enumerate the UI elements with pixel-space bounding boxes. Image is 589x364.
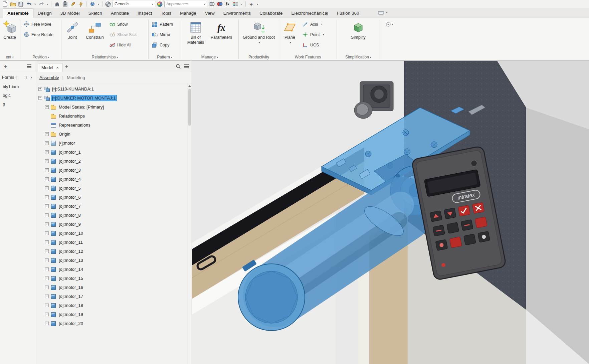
tab-3d-model[interactable]: 3D Model bbox=[56, 9, 84, 18]
panel-label-work-features[interactable]: Work Features bbox=[280, 54, 336, 60]
tree-expander[interactable]: + bbox=[45, 213, 49, 217]
tree-item[interactable]: +Model States: [Primary] bbox=[35, 103, 187, 112]
tree-expander[interactable]: + bbox=[45, 168, 49, 172]
dock-add-icon[interactable]: + bbox=[4, 64, 7, 69]
panel-toggle-dropdown-icon[interactable]: ▾ bbox=[385, 11, 389, 14]
tree-expander[interactable]: + bbox=[45, 177, 49, 181]
tree-item[interactable]: Relationships bbox=[35, 112, 187, 121]
tree-expander[interactable]: + bbox=[45, 304, 49, 307]
panel-label-position[interactable]: Position bbox=[21, 54, 60, 60]
modeling-subtab[interactable]: Modeling bbox=[67, 75, 85, 80]
tree-expander[interactable]: + bbox=[45, 322, 49, 325]
tree-expander[interactable]: + bbox=[45, 258, 49, 262]
tree-item[interactable]: +[o]:motor_11 bbox=[35, 238, 187, 247]
tree-expander[interactable]: + bbox=[45, 313, 49, 316]
viewport[interactable]: intratex bbox=[192, 61, 589, 364]
panel-label-pattern[interactable]: Pattern bbox=[149, 54, 180, 60]
home-icon[interactable] bbox=[53, 1, 60, 8]
tree-item[interactable]: +[o]:motor_3 bbox=[35, 166, 187, 175]
tab-collaborate[interactable]: Collaborate bbox=[255, 9, 287, 18]
tree-item[interactable]: +[o]:motor_2 bbox=[35, 157, 187, 166]
tree-expander[interactable]: + bbox=[45, 195, 49, 199]
tree-item[interactable]: Representations bbox=[35, 121, 187, 130]
tree-expander[interactable]: + bbox=[45, 231, 49, 235]
parameters-quick-icon[interactable]: fx bbox=[224, 1, 231, 8]
tree-expander[interactable]: + bbox=[45, 159, 49, 163]
dock-chevron-right-icon[interactable]: › bbox=[30, 74, 33, 80]
browser-menu-icon[interactable] bbox=[184, 64, 189, 68]
tab-assemble[interactable]: Assemble bbox=[3, 8, 33, 18]
tab-manage[interactable]: Manage bbox=[176, 9, 201, 18]
tree-expander[interactable]: + bbox=[45, 150, 49, 154]
tab-sketch[interactable]: Sketch bbox=[84, 9, 107, 18]
ucs-button[interactable]: UCS bbox=[300, 40, 327, 50]
tree-expander[interactable]: + bbox=[45, 295, 49, 298]
tree-expander[interactable]: + bbox=[45, 286, 49, 289]
adjust-material-icon[interactable] bbox=[208, 1, 215, 8]
panel-toggle-icon[interactable] bbox=[378, 9, 385, 16]
tree-expander[interactable]: − bbox=[38, 96, 42, 100]
tab-inspect[interactable]: Inspect bbox=[133, 9, 157, 18]
panel-label-manage[interactable]: Manage bbox=[182, 54, 238, 60]
panel-label-productivity[interactable]: Productivity bbox=[239, 54, 278, 60]
adjust-color-icon[interactable] bbox=[216, 1, 223, 8]
free-rotate-button[interactable]: Free Rotate bbox=[21, 29, 56, 40]
mirror-button[interactable]: Mirror bbox=[149, 29, 175, 40]
tab-electromechanical[interactable]: Electromechanical bbox=[287, 9, 332, 18]
tree-expander[interactable]: + bbox=[45, 105, 49, 109]
panel-label-simplification[interactable]: Simplification bbox=[338, 54, 379, 60]
show-button[interactable]: Show bbox=[107, 19, 139, 29]
customize-add-icon[interactable]: + bbox=[248, 1, 255, 8]
viewport-canvas[interactable]: intratex bbox=[192, 61, 589, 364]
tab-design[interactable]: Design bbox=[33, 9, 56, 18]
tree-item[interactable]: +[o]:motor_6 bbox=[35, 193, 187, 202]
tree-expander[interactable]: + bbox=[45, 267, 49, 271]
show-sick-button[interactable]: Show Sick bbox=[107, 29, 139, 40]
tree-item[interactable]: +[o]:motor_12 bbox=[35, 247, 187, 256]
tab-annotate[interactable]: Annotate bbox=[107, 9, 133, 18]
tree-item[interactable]: +[o]:motor_19 bbox=[35, 310, 187, 319]
scroll-thumb[interactable] bbox=[188, 89, 191, 126]
hide-all-button[interactable]: Hide All bbox=[107, 40, 139, 50]
tree-expander[interactable]: + bbox=[38, 87, 42, 91]
dock-item[interactable]: ogic bbox=[0, 91, 35, 100]
tree-item[interactable]: +[o]:motor_7 bbox=[35, 202, 187, 211]
simplify-button[interactable]: Simplify bbox=[346, 19, 370, 41]
appearance-select[interactable]: Appearance bbox=[164, 1, 207, 7]
tab-view[interactable]: View bbox=[201, 9, 219, 18]
axis-button[interactable]: Axis bbox=[300, 19, 327, 29]
sketch-icon[interactable] bbox=[69, 1, 76, 8]
customize-dropdown-icon[interactable]: ▾ bbox=[256, 3, 259, 6]
panel-label-relationships[interactable]: Relationships bbox=[62, 54, 148, 60]
tree-item[interactable]: +[•]:motor bbox=[35, 139, 187, 148]
undo-icon[interactable] bbox=[25, 1, 32, 8]
tree-expander[interactable]: + bbox=[45, 222, 49, 226]
tree-item[interactable]: +[o]:motor_15 bbox=[35, 274, 187, 283]
tree-expander[interactable]: + bbox=[45, 240, 49, 244]
assembly-subtab[interactable]: Assembly bbox=[39, 75, 59, 80]
tree-item[interactable]: +Origin bbox=[35, 130, 187, 139]
dock-item[interactable]: bly1.iam bbox=[0, 82, 35, 91]
redo-dropdown-icon[interactable]: ▾ bbox=[46, 3, 49, 6]
model-tab-close-icon[interactable]: × bbox=[56, 65, 59, 70]
model-tab[interactable]: Model × bbox=[38, 63, 62, 72]
tab-environments[interactable]: Environments bbox=[219, 9, 255, 18]
tree-expander[interactable]: + bbox=[45, 186, 49, 190]
create-button[interactable]: Create bbox=[2, 19, 18, 41]
clipboard-icon[interactable] bbox=[61, 1, 68, 8]
material-select[interactable]: Generic bbox=[113, 1, 155, 7]
parameters-button[interactable]: fx Parameters bbox=[207, 19, 235, 41]
tree-item[interactable]: +[o]:motor_4 bbox=[35, 175, 187, 184]
point-button[interactable]: Point bbox=[300, 29, 327, 40]
visual-styles-dropdown-icon[interactable]: ▾ bbox=[240, 3, 243, 6]
tree-expander[interactable]: + bbox=[45, 141, 49, 145]
pattern-button[interactable]: Pattern bbox=[149, 19, 175, 29]
browser-scrollbar[interactable] bbox=[187, 83, 192, 364]
tree-item[interactable]: +[o]:motor_18 bbox=[35, 301, 187, 310]
update-icon[interactable] bbox=[77, 1, 84, 8]
tab-tools[interactable]: Tools bbox=[156, 9, 176, 18]
copy-button[interactable]: Copy bbox=[149, 40, 175, 50]
tree-item[interactable]: +[o]:motor_20 bbox=[35, 319, 187, 328]
browser-search-icon[interactable] bbox=[174, 63, 182, 70]
tree-item[interactable]: +[o]:motor_8 bbox=[35, 211, 187, 220]
